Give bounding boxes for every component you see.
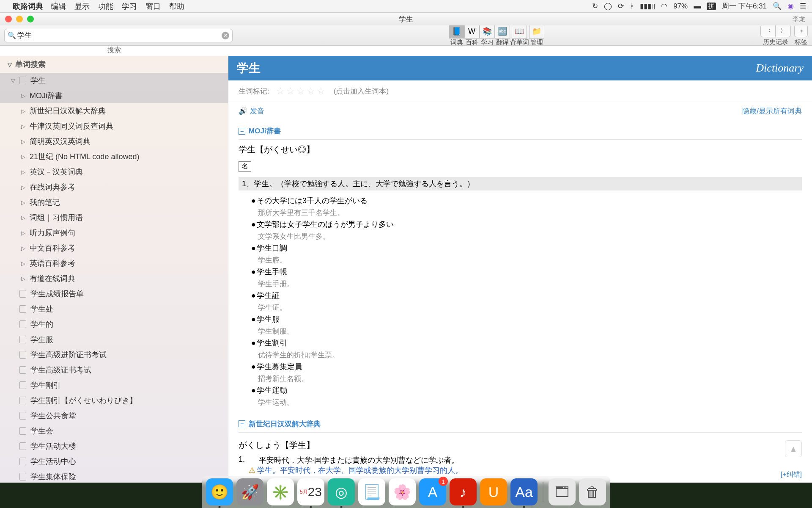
- dock-reminders[interactable]: 📃: [358, 478, 385, 505]
- sidebar-headword[interactable]: ▽ 学生: [0, 73, 228, 88]
- sidebar-dict-ref[interactable]: ▷21世纪 (No HTML code allowed): [0, 149, 228, 164]
- loop-icon[interactable]: ↻: [592, 2, 598, 11]
- dock-appstore[interactable]: A1: [419, 478, 446, 505]
- menu-help[interactable]: 帮助: [169, 1, 184, 11]
- example-row: 学生手帳学生手册。: [251, 266, 802, 290]
- sidebar-related-item[interactable]: 学生成绩报告单: [0, 286, 228, 301]
- wifi-icon[interactable]: ◠: [661, 2, 667, 11]
- sidebar-related-item[interactable]: 学生高级进阶证书考试: [0, 347, 228, 362]
- running-indicator: [523, 506, 525, 508]
- collapse-icon[interactable]: −: [239, 128, 245, 135]
- toolbar: 🔍 ✕ 📘词典W百科📚学习🔤翻译📖背单词📁管理 〈 〉 历史记录 ＋ 标签: [0, 25, 812, 46]
- sidebar-dict-ref[interactable]: ▷新世纪日汉双解大辞典: [0, 103, 228, 119]
- menu-window[interactable]: 窗口: [145, 1, 161, 11]
- app-name[interactable]: 欧路词典: [13, 1, 43, 11]
- toggle-all-dicts-link[interactable]: 隐藏/显示所有词典: [742, 106, 802, 116]
- badge: 1: [439, 477, 448, 486]
- dock-uc[interactable]: U: [480, 478, 507, 505]
- sidebar-related-item[interactable]: 学生的: [0, 317, 228, 332]
- wordbook-hint[interactable]: (点击加入生词本): [334, 86, 389, 96]
- sidebar-dict-ref[interactable]: ▷英汉－汉英词典: [0, 164, 228, 179]
- minimize-button[interactable]: [16, 16, 23, 22]
- running-indicator: [310, 506, 312, 508]
- bookmark-label: 标签: [795, 38, 807, 46]
- dock-photos-wheel[interactable]: ✳️: [267, 478, 294, 505]
- mode-管理[interactable]: 📁: [529, 24, 544, 39]
- sub-label-row: 搜索: [0, 46, 812, 56]
- mode-背单词[interactable]: 📖: [512, 24, 527, 39]
- siri-icon[interactable]: ◉: [787, 2, 794, 11]
- pronounce-link[interactable]: 🔊发音: [239, 106, 264, 116]
- sidebar-related-item[interactable]: 学生服: [0, 332, 228, 347]
- clear-search-button[interactable]: ✕: [222, 32, 229, 39]
- sync-icon[interactable]: ⟳: [618, 2, 624, 11]
- back-button[interactable]: 〈: [760, 25, 776, 37]
- mode-词典[interactable]: 📘: [449, 24, 464, 39]
- input-method-icon[interactable]: 拼: [707, 3, 716, 10]
- mode-学习[interactable]: 📚: [480, 24, 495, 39]
- document-icon: [19, 397, 26, 404]
- sidebar-related-item[interactable]: 学生高级证书考试: [0, 362, 228, 378]
- dock-calendar[interactable]: 5月23: [297, 478, 324, 505]
- notification-center-icon[interactable]: ☰: [800, 2, 806, 11]
- battery-full-icon[interactable]: ▬: [694, 2, 701, 11]
- entry-content[interactable]: 学生 Dictionary 生词标记: ☆☆☆☆☆ (点击加入生词本) 🔊发音 …: [228, 56, 812, 483]
- sidebar-dict-ref[interactable]: ▷有道在线词典: [0, 271, 228, 286]
- dock-green-app[interactable]: ◎: [328, 478, 355, 505]
- collapse-icon[interactable]: −: [239, 420, 245, 427]
- menu-display[interactable]: 显示: [74, 1, 90, 11]
- search-input[interactable]: [4, 29, 233, 42]
- zoom-button[interactable]: [27, 16, 34, 22]
- sidebar-related-item[interactable]: 学生处: [0, 301, 228, 317]
- sidebar-dict-ref[interactable]: ▷在线词典参考: [0, 179, 228, 195]
- sidebar-dict-ref[interactable]: ▷英语百科参考: [0, 256, 228, 271]
- dock-desktop-file[interactable]: 🗔: [549, 478, 576, 505]
- sound-icon: 🔊: [239, 107, 247, 115]
- close-button[interactable]: [5, 16, 12, 22]
- datetime[interactable]: 周一 下午6:31: [722, 1, 767, 11]
- dock-trash[interactable]: 🗑: [579, 478, 606, 505]
- sidebar-related-item[interactable]: 学生割引【がくせいわりびき】: [0, 393, 228, 408]
- sidebar-dict-ref[interactable]: ▷MOJi辞書: [0, 88, 228, 103]
- disclosure-icon: ▷: [21, 276, 25, 282]
- sidebar-dict-ref[interactable]: ▷牛津汉英同义词反查词典: [0, 119, 228, 134]
- dock-photos[interactable]: 🌸: [389, 478, 416, 505]
- circle-icon[interactable]: ◯: [604, 2, 612, 11]
- dock-eudic[interactable]: Aa: [510, 478, 538, 505]
- scroll-to-top-button[interactable]: ▲: [785, 440, 802, 457]
- menu-edit[interactable]: 编辑: [51, 1, 66, 11]
- mode-百科[interactable]: W: [464, 24, 480, 39]
- sidebar-related-item[interactable]: 学生会: [0, 423, 228, 439]
- battery-icon[interactable]: ▮▮▮▯: [640, 2, 655, 11]
- disclosure-icon: ▷: [21, 169, 25, 175]
- menu-function[interactable]: 功能: [98, 1, 113, 11]
- sidebar-related-item[interactable]: 学生活动中心: [0, 454, 228, 469]
- titlebar: 学生 李龙: [0, 13, 812, 25]
- headword: 学生: [237, 60, 261, 76]
- dict-section-title[interactable]: − MOJi辞書: [239, 123, 802, 140]
- document-icon: [19, 290, 26, 298]
- example-row: 学生口調学生腔。: [251, 242, 802, 266]
- sidebar[interactable]: ▽ 单词搜索 ▽ 学生 ▷MOJi辞書▷新世纪日汉双解大辞典▷牛津汉英同义词反查…: [0, 56, 228, 483]
- sidebar-related-item[interactable]: 学生割引: [0, 378, 228, 393]
- dock-finder[interactable]: 🙂: [206, 478, 233, 505]
- sidebar-dict-ref[interactable]: ▷我的笔记: [0, 195, 228, 210]
- menu-study[interactable]: 学习: [122, 1, 137, 11]
- sidebar-dict-ref[interactable]: ▷听力原声例句: [0, 225, 228, 240]
- sidebar-dict-ref[interactable]: ▷词组｜习惯用语: [0, 210, 228, 225]
- sidebar-dict-ref[interactable]: ▷简明英汉汉英词典: [0, 134, 228, 149]
- dict-section-title[interactable]: − 新世纪日汉双解大辞典: [239, 416, 802, 433]
- sidebar-dict-ref[interactable]: ▷中文百科参考: [0, 240, 228, 256]
- sidebar-related-item[interactable]: 学生活动大楼: [0, 439, 228, 454]
- mode-翻译[interactable]: 🔤: [495, 24, 510, 39]
- dock-netease[interactable]: ♪: [450, 478, 477, 505]
- rating-stars[interactable]: ☆☆☆☆☆: [276, 86, 327, 97]
- spotlight-icon[interactable]: 🔍: [773, 2, 782, 11]
- sidebar-heading[interactable]: ▽ 单词搜索: [0, 56, 228, 73]
- forward-button[interactable]: 〉: [776, 25, 791, 37]
- dock-launchpad[interactable]: 🚀: [236, 478, 263, 505]
- sidebar-related-item[interactable]: 学生公共食堂: [0, 408, 228, 423]
- search-icon: 🔍: [8, 31, 16, 39]
- add-bookmark-button[interactable]: ＋: [794, 25, 808, 37]
- bluetooth-icon[interactable]: ᚼ: [630, 2, 634, 11]
